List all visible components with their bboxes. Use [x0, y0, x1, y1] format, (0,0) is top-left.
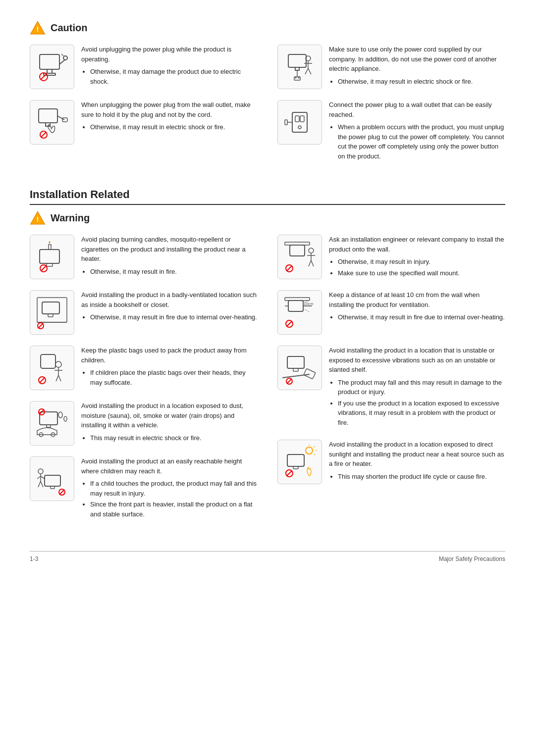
warning-illus-2	[30, 290, 74, 335]
svg-point-74	[309, 248, 314, 253]
warning-grid: Avoid placing burning candles, mosquito-…	[30, 235, 505, 531]
warning-item-3: Keep the plastic bags used to pack the p…	[30, 346, 258, 390]
warning-illus-8	[277, 346, 322, 390]
caution-item-3: Make sure to use only the power cord sup…	[277, 45, 505, 89]
svg-rect-62	[45, 475, 60, 486]
svg-line-77	[309, 260, 311, 266]
svg-line-25	[305, 68, 308, 74]
svg-line-53	[40, 378, 45, 383]
warning-text-3: Keep the plastic bags used to pack the p…	[81, 346, 258, 389]
warning-text-5: Keep a distance of at least 10 cm from t…	[329, 290, 505, 324]
warning-text-6: Avoid installing the product in a locati…	[81, 401, 258, 444]
caution-text-4: Connect the power plug to a wall outlet …	[329, 100, 505, 162]
svg-line-105	[287, 471, 292, 476]
svg-point-64	[38, 469, 43, 474]
svg-rect-2	[40, 54, 59, 69]
warning-text-2: Avoid installing the product in a badly-…	[81, 290, 258, 324]
svg-line-90	[305, 309, 310, 312]
warning-text-7: Avoid installing the product at an easil…	[81, 456, 258, 520]
warning-left-col: Avoid placing burning candles, mosquito-…	[30, 235, 258, 531]
svg-rect-35	[40, 250, 59, 263]
caution-item-4: Connect the power plug to a wall outlet …	[277, 100, 505, 162]
warning-item-1: Avoid placing burning candles, mosquito-…	[30, 235, 258, 279]
svg-line-45	[38, 323, 43, 328]
footer: 1-3 Major Safety Precautions	[30, 551, 505, 562]
svg-line-87	[287, 321, 292, 326]
caution-grid: Avoid unplugging the power plug while th…	[30, 45, 505, 173]
svg-point-20	[295, 77, 297, 79]
svg-line-15	[41, 132, 46, 137]
svg-rect-55	[47, 425, 51, 427]
caution-illus-2	[30, 100, 74, 145]
warning-right-col: Ask an installation engineer or relevant…	[277, 235, 505, 531]
warning-text-1: Avoid placing burning candles, mosquito-…	[81, 235, 258, 278]
svg-line-103	[314, 454, 315, 455]
svg-point-99	[306, 447, 313, 454]
svg-rect-3	[47, 69, 52, 73]
svg-point-57	[64, 416, 67, 421]
svg-line-51	[58, 375, 61, 381]
svg-point-6	[63, 56, 67, 60]
svg-line-7	[61, 54, 63, 56]
warning-item-2: Avoid installing the product in a badly-…	[30, 290, 258, 335]
svg-line-68	[38, 481, 41, 487]
svg-rect-54	[40, 412, 57, 425]
warning-section: ! Warning	[30, 210, 505, 531]
svg-line-66	[41, 476, 45, 479]
warning-illus-4	[277, 235, 322, 279]
svg-line-67	[37, 476, 41, 479]
caution-title: Caution	[51, 22, 87, 34]
svg-rect-63	[51, 486, 54, 489]
svg-line-101	[314, 446, 315, 447]
warning-item-7: Avoid installing the product at an easil…	[30, 456, 258, 520]
warning-text-4: Ask an installation engineer or relevant…	[329, 235, 505, 279]
warning-item-5: 10cm Keep a distance of at least 10 cm f…	[277, 290, 505, 335]
svg-rect-28	[295, 116, 299, 122]
warning-icon: !	[30, 210, 46, 226]
warning-illus-9	[277, 440, 322, 484]
svg-rect-97	[287, 454, 304, 466]
caution-section: ! Caution	[30, 20, 505, 173]
svg-line-80	[287, 266, 292, 271]
caution-item-2: When unplugging the power plug from the …	[30, 100, 258, 145]
caution-illus-4	[277, 100, 322, 145]
svg-rect-10	[39, 109, 57, 123]
svg-point-21	[298, 77, 300, 79]
warning-illus-6	[30, 401, 74, 446]
warning-illus-7	[30, 456, 74, 501]
svg-rect-32	[285, 120, 287, 125]
svg-rect-17	[295, 67, 299, 70]
caution-text-2: When unplugging the power plug from the …	[81, 100, 258, 134]
svg-rect-29	[300, 116, 304, 122]
svg-point-56	[58, 412, 62, 418]
warning-item-8: Avoid installing the product in a locati…	[277, 346, 505, 429]
svg-rect-13	[62, 118, 67, 122]
warning-text-8: Avoid installing the product in a locati…	[329, 346, 505, 429]
caution-right-col: Make sure to use only the power cord sup…	[277, 45, 505, 173]
svg-point-47	[55, 361, 61, 367]
svg-rect-73	[290, 245, 305, 256]
svg-line-69	[41, 481, 43, 487]
svg-rect-19	[294, 77, 300, 80]
svg-text:!: !	[37, 215, 39, 223]
svg-rect-82	[288, 301, 303, 311]
warning-illus-5: 10cm	[277, 290, 322, 335]
footer-page: 1-3	[30, 555, 38, 562]
svg-line-39	[41, 266, 46, 271]
caution-item-1: Avoid unplugging the power plug while th…	[30, 45, 258, 89]
caution-illus-1	[30, 45, 74, 89]
svg-line-50	[56, 375, 58, 381]
warning-text-9: Avoid installing the product in a locati…	[329, 440, 505, 483]
svg-rect-94	[304, 368, 316, 379]
svg-rect-98	[293, 466, 298, 469]
svg-rect-27	[292, 112, 307, 132]
warning-header: ! Warning	[30, 210, 505, 226]
installation-related-title: Installation Related	[30, 188, 505, 205]
caution-header: ! Caution	[30, 20, 505, 36]
warning-illus-3	[30, 346, 74, 390]
caution-text-3: Make sure to use only the power cord sup…	[329, 45, 505, 88]
svg-rect-41	[42, 302, 59, 314]
caution-illus-3	[277, 45, 322, 89]
svg-rect-37	[49, 245, 51, 250]
footer-label: Major Safety Precautions	[439, 555, 505, 562]
